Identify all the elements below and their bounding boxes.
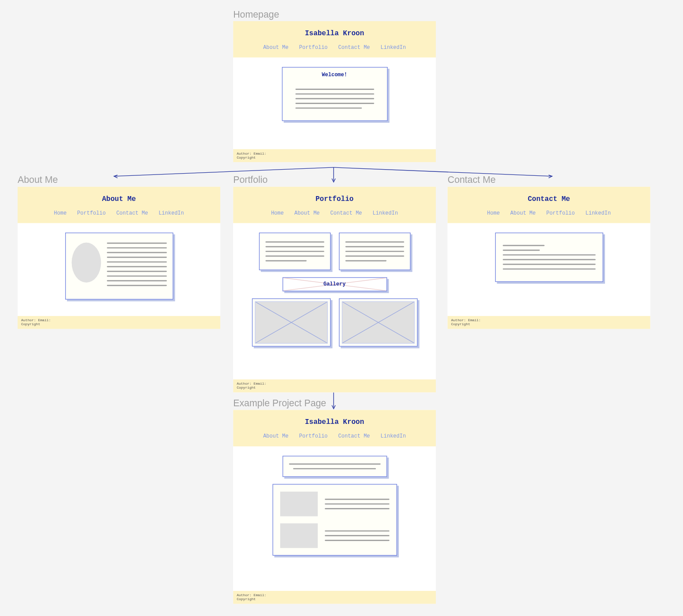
contact-title: Contact Me (448, 195, 650, 204)
about-avatar (71, 243, 101, 283)
about-body (18, 223, 220, 316)
about-header: About Me Home Portfolio Contact Me Linke… (18, 187, 220, 223)
nav-linkedin[interactable]: LinkedIn (381, 45, 406, 50)
portfolio-text-card-2 (338, 233, 410, 270)
nav-portfolio[interactable]: Portfolio (299, 45, 328, 50)
label-project: Example Project Page (233, 398, 326, 409)
nav-linkedin[interactable]: LinkedIn (585, 210, 611, 216)
nav-about[interactable]: About Me (294, 210, 320, 216)
footer-line1: Author: Email: (237, 382, 432, 386)
contact-nav: Home About Me Portfolio LinkedIn (448, 210, 650, 216)
homepage-nav: About Me Portfolio Contact Me LinkedIn (233, 45, 436, 50)
portfolio-image-card-1[interactable] (252, 298, 330, 346)
footer-line1: Author: Email: (237, 151, 432, 156)
label-portfolio: Portfolio (233, 174, 267, 185)
about-nav: Home Portfolio Contact Me LinkedIn (18, 210, 220, 216)
nav-linkedin[interactable]: LinkedIn (381, 434, 406, 439)
nav-home[interactable]: Home (54, 210, 67, 216)
project-body (233, 446, 436, 590)
portfolio-text-card-1 (259, 233, 330, 270)
nav-contact[interactable]: Contact Me (330, 210, 362, 216)
welcome-title: Welcome! (290, 72, 380, 78)
footer-line1: Author: Email: (21, 318, 217, 323)
project-title-card (282, 456, 387, 477)
about-frame: About Me Home Portfolio Contact Me Linke… (18, 187, 220, 329)
project-detail-card (272, 484, 397, 556)
portfolio-frame: Portfolio Home About Me Contact Me Linke… (233, 187, 436, 393)
portfolio-footer: Author: Email: Copyright (233, 379, 436, 393)
project-footer: Author: Email: Copyright (233, 590, 436, 604)
portfolio-image-card-2[interactable] (338, 298, 417, 346)
homepage-header: Isabella Kroon About Me Portfolio Contac… (233, 21, 436, 58)
nav-linkedin[interactable]: LinkedIn (159, 210, 184, 216)
footer-line2: Copyright (237, 386, 432, 390)
label-homepage: Homepage (233, 9, 279, 20)
portfolio-title: Portfolio (233, 195, 436, 204)
footer-line1: Author: Email: (237, 593, 432, 597)
nav-contact[interactable]: Contact Me (116, 210, 148, 216)
nav-about[interactable]: About Me (263, 45, 289, 50)
nav-linkedin[interactable]: LinkedIn (373, 210, 398, 216)
about-footer: Author: Email: Copyright (18, 316, 220, 329)
footer-line2: Copyright (237, 597, 432, 601)
label-contact: Contact Me (448, 174, 496, 185)
welcome-card: Welcome! (282, 67, 387, 121)
homepage-title: Isabella Kroon (233, 30, 436, 38)
svg-line-2 (334, 167, 551, 176)
about-card (65, 233, 173, 300)
homepage-footer: Author: Email: Copyright (233, 149, 436, 162)
contact-card (495, 233, 603, 282)
nav-about[interactable]: About Me (510, 210, 536, 216)
nav-home[interactable]: Home (271, 210, 284, 216)
svg-line-0 (115, 167, 334, 176)
nav-portfolio[interactable]: Portfolio (546, 210, 575, 216)
contact-body (448, 223, 650, 316)
label-about: About Me (18, 174, 58, 185)
contact-frame: Contact Me Home About Me Portfolio Linke… (448, 187, 650, 329)
footer-line2: Copyright (237, 156, 432, 160)
portfolio-nav: Home About Me Contact Me LinkedIn (233, 210, 436, 216)
gallery-card: Gallery (282, 277, 387, 291)
nav-contact[interactable]: Contact Me (338, 434, 370, 439)
about-title: About Me (18, 195, 220, 204)
nav-portfolio[interactable]: Portfolio (77, 210, 106, 216)
project-nav: About Me Portfolio Contact Me LinkedIn (233, 434, 436, 439)
portfolio-header: Portfolio Home About Me Contact Me Linke… (233, 187, 436, 223)
homepage-frame: Isabella Kroon About Me Portfolio Contac… (233, 21, 436, 162)
project-header: Isabella Kroon About Me Portfolio Contac… (233, 410, 436, 446)
nav-home[interactable]: Home (487, 210, 500, 216)
contact-header: Contact Me Home About Me Portfolio Linke… (448, 187, 650, 223)
project-frame: Isabella Kroon About Me Portfolio Contac… (233, 410, 436, 604)
footer-line1: Author: Email: (451, 318, 647, 323)
homepage-body: Welcome! (233, 58, 436, 149)
nav-contact[interactable]: Contact Me (338, 45, 370, 50)
nav-portfolio[interactable]: Portfolio (299, 434, 328, 439)
nav-about[interactable]: About Me (263, 434, 289, 439)
footer-line2: Copyright (21, 323, 217, 327)
welcome-lines (290, 82, 380, 115)
footer-line2: Copyright (451, 323, 647, 327)
gallery-label: Gallery (323, 282, 345, 287)
project-title: Isabella Kroon (233, 418, 436, 427)
contact-footer: Author: Email: Copyright (448, 316, 650, 329)
portfolio-body: Gallery (233, 223, 436, 379)
